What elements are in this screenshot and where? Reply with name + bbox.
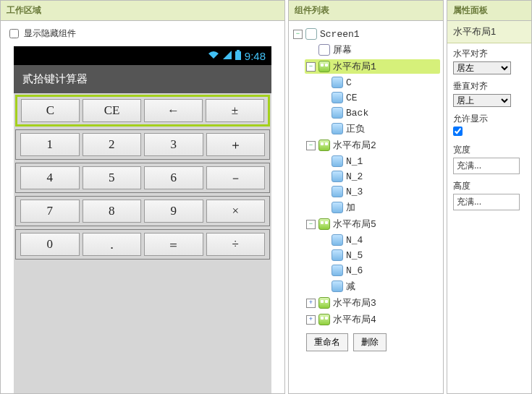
layout-icon (318, 314, 330, 325)
tree-node-label: 水平布局2 (333, 139, 376, 152)
tree-node[interactable]: 加 (318, 200, 440, 215)
text-icon (318, 44, 330, 56)
delete-button[interactable]: 删除 (353, 333, 387, 351)
tree-node[interactable]: +水平布局4 (305, 312, 440, 327)
collapse-icon[interactable]: − (306, 220, 316, 229)
calc-button[interactable]: 9 (144, 200, 203, 223)
comp-icon (332, 155, 343, 167)
tree-node[interactable]: −水平布局1 (305, 59, 440, 74)
tree-node[interactable]: N_6 (318, 264, 440, 277)
calc-button[interactable]: 6 (144, 166, 203, 189)
show-hidden-toggle[interactable]: 显示隐藏组件 (7, 27, 279, 40)
battery-icon (235, 50, 241, 62)
tree-node-label: N_5 (346, 250, 363, 261)
signal-icon (223, 51, 232, 61)
tree-node-label: N_4 (346, 235, 363, 246)
component-tree[interactable]: −Screen1屏幕−水平布局1CCEBack正负−水平布局2N_1N_2N_3… (292, 27, 440, 327)
tree-node[interactable]: −水平布局5 (305, 217, 440, 231)
tree-node-label: 正负 (346, 122, 365, 135)
collapse-icon[interactable]: − (306, 141, 316, 150)
comp-icon (332, 186, 343, 197)
screen-icon (305, 28, 317, 40)
calc-button[interactable]: × (206, 200, 266, 223)
calc-button[interactable]: C (21, 99, 80, 122)
expand-icon[interactable]: + (306, 299, 316, 308)
phone-preview: 9:48 贰拾键计算器 CCE←±123＋456－789×0．＝÷ (14, 46, 271, 393)
width-label: 宽度 (453, 144, 525, 156)
calc-button[interactable]: ＋ (206, 133, 266, 156)
calc-button[interactable]: CE (83, 99, 141, 122)
collapse-icon[interactable]: − (293, 30, 303, 39)
tree-node[interactable]: −Screen1 (292, 27, 440, 40)
calc-button[interactable]: 4 (20, 166, 80, 189)
svg-rect-1 (237, 50, 240, 51)
layout-icon (318, 140, 330, 151)
tree-node-label: 水平布局3 (333, 296, 376, 309)
svg-rect-0 (235, 51, 241, 60)
tree-node[interactable]: N_4 (318, 234, 440, 247)
tree-node[interactable]: 减 (318, 279, 440, 294)
comp-icon (332, 280, 343, 292)
tree-node[interactable]: N_3 (318, 185, 440, 198)
width-value[interactable]: 充满... (453, 158, 520, 174)
calc-row[interactable]: 456－ (15, 163, 270, 193)
collapse-icon[interactable]: − (306, 62, 316, 72)
calc-button[interactable]: 3 (144, 133, 203, 156)
workspace-title: 工作区域 (1, 1, 284, 21)
tree-node[interactable]: 屏幕 (305, 43, 440, 57)
tree-node-label: CE (346, 93, 358, 103)
tree-node[interactable]: 正负 (318, 121, 440, 136)
calc-button[interactable]: ← (144, 99, 203, 122)
comp-icon (332, 77, 343, 88)
tree-node-label: 水平布局5 (333, 218, 376, 231)
calc-button[interactable]: 0 (20, 233, 80, 256)
calc-button[interactable]: ÷ (206, 233, 266, 256)
tree-node-label: 减 (346, 280, 355, 293)
calc-button[interactable]: 2 (83, 133, 142, 156)
calc-button[interactable]: 5 (83, 166, 142, 189)
tree-node[interactable]: −水平布局2 (305, 138, 440, 153)
comp-icon (332, 249, 343, 261)
visible-checkbox[interactable] (453, 127, 463, 136)
calc-button[interactable]: 8 (83, 200, 142, 223)
tree-node-label: N_3 (346, 187, 363, 197)
tree-node[interactable]: N_1 (318, 155, 440, 168)
phone-statusbar: 9:48 (14, 46, 271, 65)
tree-node[interactable]: N_2 (318, 170, 440, 183)
tree-node[interactable]: CE (318, 91, 440, 104)
tree-node-label: 水平布局1 (333, 60, 376, 73)
status-time: 9:48 (245, 50, 266, 62)
tree-node[interactable]: C (318, 76, 440, 89)
components-title: 组件列表 (289, 1, 443, 21)
tree-node[interactable]: Back (318, 106, 440, 119)
height-value[interactable]: 充满... (453, 194, 520, 210)
properties-title: 属性面板 (447, 1, 531, 21)
tree-node-label: N_2 (346, 171, 363, 182)
phone-empty-area (14, 268, 271, 393)
valign-select[interactable]: 居上 (453, 94, 511, 107)
layout-icon (318, 61, 330, 72)
calc-row[interactable]: 789× (15, 196, 270, 226)
rename-button[interactable]: 重命名 (306, 333, 348, 351)
tree-node[interactable]: N_5 (318, 249, 440, 262)
halign-select[interactable]: 居左 (453, 61, 511, 74)
calc-button[interactable]: ± (206, 99, 264, 122)
workspace-panel: 工作区域 显示隐藏组件 9:48 (0, 0, 285, 394)
tree-node-label: N_1 (346, 156, 363, 167)
halign-label: 水平对齐 (453, 48, 525, 60)
calc-row[interactable]: 123＋ (15, 129, 270, 160)
calc-button[interactable]: － (206, 166, 266, 189)
calc-button[interactable]: ． (83, 233, 142, 256)
expand-icon[interactable]: + (306, 315, 316, 325)
calc-row[interactable]: 0．＝÷ (15, 229, 270, 260)
show-hidden-checkbox[interactable] (9, 29, 19, 38)
calc-button[interactable]: 1 (20, 133, 80, 156)
calc-row[interactable]: CCE←± (15, 95, 270, 127)
calc-button[interactable]: ＝ (144, 233, 203, 256)
layout-icon (318, 297, 330, 309)
tree-node[interactable]: +水平布局3 (305, 296, 440, 310)
tree-node-label: N_6 (346, 265, 363, 276)
comp-icon (332, 234, 343, 246)
properties-panel: 属性面板 水平布局1 水平对齐 居左 垂直对齐 居上 允许显示 (447, 0, 532, 394)
calc-button[interactable]: 7 (20, 200, 80, 223)
